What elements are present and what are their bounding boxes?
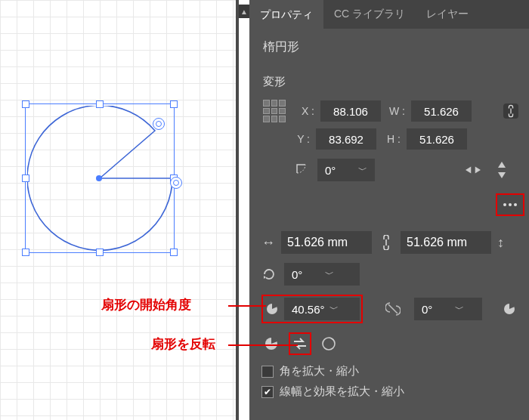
rotate-icon (295, 162, 310, 178)
constrain-pie-icon[interactable] (385, 301, 401, 317)
tab-properties[interactable]: プロパティ (249, 0, 323, 29)
width-input[interactable] (411, 100, 472, 122)
checkbox-checked-icon (261, 386, 274, 398)
resize-handle-br[interactable] (170, 249, 178, 256)
pie-start-angle-group: 40.56° ﹀ (261, 295, 363, 323)
x-input[interactable] (320, 100, 381, 122)
shape-type-label: 楕円形 (249, 29, 529, 63)
resize-handle-tl[interactable] (22, 100, 29, 108)
invert-pie-button[interactable] (290, 334, 310, 354)
properties-panel: プロパティ CC ライブラリ レイヤー 楕円形 変形 X : W : Y : H… (249, 0, 529, 420)
flip-vertical-icon[interactable] (494, 162, 509, 178)
rotate-dropdown[interactable]: 0° ﹀ (317, 159, 375, 181)
selection-bounding-box[interactable] (25, 103, 175, 253)
annotation-invert-pie: 扇形を反転 (151, 335, 215, 353)
panel-tabs: プロパティ CC ライブラリ レイヤー (249, 0, 529, 29)
shape-height-input[interactable]: 51.626 mm (401, 231, 491, 254)
link-wh-icon[interactable] (503, 103, 518, 119)
pie-end-icon (502, 301, 517, 317)
pie-start-icon (264, 301, 280, 317)
resize-handle-tm[interactable] (96, 100, 104, 108)
pie-end-value: 0° (422, 303, 450, 316)
resize-handle-tr[interactable] (170, 100, 178, 108)
x-label: X : (296, 105, 314, 117)
pie-start-angle-dropdown[interactable]: 40.56° ﹀ (284, 298, 360, 320)
annotation-pie-start: 扇形の開始角度 (101, 296, 191, 313)
panel-scroll-up[interactable]: ▲ (239, 5, 249, 18)
transform-section-title: 変形 (249, 63, 529, 97)
checkbox-unchecked-icon (261, 366, 274, 378)
width-arrow-icon: ↔ (261, 235, 275, 251)
annotation-line (228, 305, 266, 307)
height-arrow-icon: ↕ (497, 235, 504, 251)
pie-angle-handle-end[interactable] (170, 177, 182, 189)
y-input[interactable] (316, 128, 376, 150)
invert-pie-group (289, 332, 311, 355)
resize-handle-ml[interactable] (22, 174, 29, 182)
shape-rotate-value: 0° (292, 268, 320, 281)
pie-angle-handle-start[interactable] (153, 118, 165, 130)
chevron-down-icon: ﹀ (455, 303, 469, 316)
reference-point-grid[interactable] (263, 100, 286, 122)
resize-handle-bl[interactable] (22, 249, 29, 256)
scale-corners-label: 角を拡大・縮小 (280, 364, 359, 378)
shape-width-input[interactable]: 51.626 mm (281, 231, 372, 254)
pie-type-chord-icon[interactable] (319, 334, 339, 354)
ruler-edge (236, 0, 239, 420)
chevron-down-icon: ﹀ (325, 268, 339, 281)
rotate-ccw-icon (261, 267, 277, 282)
scale-strokes-label: 線幅と効果を拡大・縮小 (280, 384, 404, 399)
tab-layers[interactable]: レイヤー (416, 0, 479, 29)
shape-options-section: ↔ 51.626 mm 51.626 mm ↕ 0° ﹀ (249, 224, 529, 420)
chevron-down-icon: ﹀ (329, 303, 343, 316)
rotate-value: 0° (325, 164, 354, 177)
annotation-line (228, 344, 298, 346)
w-label: W : (387, 105, 405, 117)
scale-strokes-checkbox[interactable]: 線幅と効果を拡大・縮小 (261, 384, 517, 399)
pie-start-value: 40.56° (292, 303, 325, 316)
canvas[interactable] (0, 0, 239, 420)
scale-corners-checkbox[interactable]: 角を拡大・縮小 (261, 364, 517, 378)
h-label: H : (382, 133, 401, 145)
link-dimensions-icon[interactable] (378, 235, 394, 250)
tab-cc-libraries[interactable]: CC ライブラリ (323, 0, 416, 29)
pie-end-angle-dropdown[interactable]: 0° ﹀ (414, 298, 482, 320)
flip-horizontal-icon[interactable] (466, 162, 481, 178)
resize-handle-bm[interactable] (96, 249, 104, 256)
pie-type-pie-icon[interactable] (261, 334, 281, 354)
chevron-down-icon: ﹀ (358, 164, 372, 177)
y-label: Y : (292, 133, 310, 145)
height-input[interactable] (407, 128, 467, 150)
shape-rotate-dropdown[interactable]: 0° ﹀ (284, 263, 360, 286)
transform-more-options-button[interactable] (496, 193, 524, 216)
